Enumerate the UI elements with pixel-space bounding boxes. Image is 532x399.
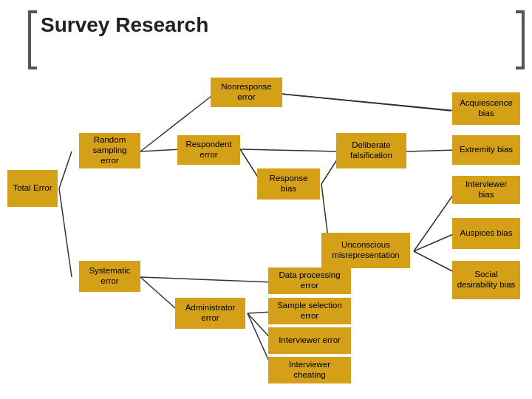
interviewer-error-node: Interviewer error (268, 327, 351, 354)
svg-line-13 (140, 277, 273, 282)
interviewer-bias-node: Interviewer bias (452, 176, 520, 204)
response-bias-node: Response bias (257, 168, 320, 200)
random-sampling-error-node: Random sampling error (79, 133, 140, 168)
svg-line-11 (414, 233, 457, 251)
svg-line-6 (240, 149, 340, 151)
respondent-error-node: Respondent error (177, 135, 240, 165)
svg-line-1 (59, 188, 72, 277)
bracket-left-icon (28, 10, 37, 69)
sample-selection-error-node: Sample selection error (268, 298, 351, 324)
acquiescence-bias-node: Acquiescence bias (452, 92, 520, 125)
systematic-error-node: Systematic error (79, 261, 140, 292)
interviewer-cheating-node: Interviewer cheating (268, 357, 351, 383)
svg-line-10 (414, 190, 457, 251)
extremity-bias-node: Extremity bias (452, 135, 520, 165)
nonresponse-error-node: Nonresponse error (211, 78, 282, 107)
unconscious-misrepresentation-node: Unconscious misrepresentation (321, 233, 410, 268)
svg-line-12 (414, 251, 457, 273)
bracket-right-icon (516, 10, 525, 69)
svg-line-18 (281, 94, 457, 111)
svg-line-0 (59, 151, 72, 188)
svg-line-3 (140, 149, 181, 151)
svg-line-4 (281, 94, 451, 111)
svg-line-9 (406, 150, 457, 151)
auspices-bias-node: Auspices bias (452, 218, 520, 249)
data-processing-error-node: Data processing error (268, 267, 351, 294)
total-error-node: Total Error (7, 170, 58, 207)
title: Survey Research (0, 0, 532, 37)
deliberate-falsification-node: Deliberate falsification (336, 133, 406, 168)
administrator-error-node: Administrator error (175, 298, 245, 329)
social-desirability-bias-node: Social desirability bias (452, 261, 520, 299)
